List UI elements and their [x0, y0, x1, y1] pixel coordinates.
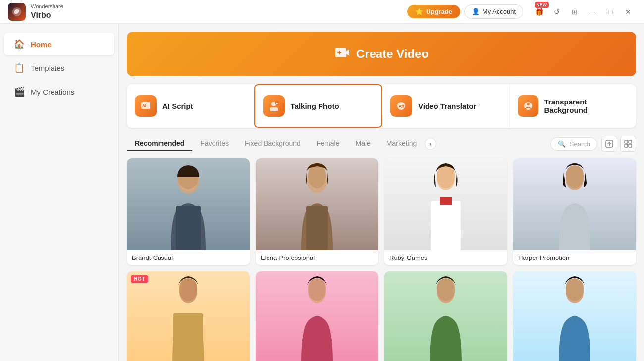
titlebar-icon-group: 🎁 NEW ↺ ⊞ ─ □ ✕: [531, 4, 636, 20]
svg-point-13: [527, 103, 530, 105]
tab-marketing[interactable]: Marketing: [378, 136, 425, 151]
sidebar-item-home-label: Home: [31, 40, 52, 49]
account-label: My Account: [483, 8, 516, 15]
avatar-label-brandt: Brandt-Casual: [127, 250, 250, 265]
tabs-row: Recommended Favorites Fixed Background F…: [127, 136, 636, 152]
avatar-card-p2c[interactable]: [384, 271, 507, 361]
avatar-label-elena: Elena-Professional: [256, 250, 378, 265]
svg-rect-22: [176, 206, 201, 250]
my-account-button[interactable]: 👤 My Account: [464, 4, 523, 19]
avatar-img-p2b: [256, 271, 378, 361]
ai-script-icon: AI: [135, 95, 157, 117]
avatar-card-p2a[interactable]: HOT: [127, 271, 250, 361]
avatar-label-ruby: Ruby-Games: [384, 250, 507, 265]
avatar-img-ruby: [384, 158, 507, 250]
tab-recommended[interactable]: Recommended: [127, 136, 192, 151]
avatar-img-brandt: [127, 158, 250, 250]
titlebar: Wondershare Virbo ⭐ Upgrade 👤 My Account…: [0, 0, 644, 24]
tab-male[interactable]: Male: [347, 136, 378, 151]
sidebar-item-home[interactable]: 🏠 Home: [4, 33, 114, 55]
svg-rect-27: [440, 197, 452, 205]
avatar-grid: Brandt-Casual Elena-Profess: [127, 158, 636, 361]
svg-rect-18: [625, 144, 628, 147]
tabs-chevron-button[interactable]: ›: [425, 138, 436, 150]
transparent-bg-icon: [518, 95, 538, 117]
close-button[interactable]: ✕: [620, 4, 636, 20]
video-translator-label: Video Translator: [418, 102, 476, 110]
svg-text:▶: ▶: [275, 102, 278, 105]
svg-text:AI: AI: [142, 103, 146, 108]
avatar-img-p2a: HOT: [127, 271, 250, 361]
logo-icon: [8, 3, 26, 21]
avatar-img-p2d: [513, 271, 636, 361]
avatar-card-ruby[interactable]: Ruby-Games: [384, 158, 507, 265]
svg-rect-19: [629, 144, 632, 147]
logo: Wondershare Virbo: [8, 3, 63, 21]
sidebar: 🏠 Home 📋 Templates 🎬 My Creations: [0, 24, 119, 361]
upgrade-button[interactable]: ⭐ Upgrade: [407, 5, 460, 18]
history-button[interactable]: ↺: [549, 4, 565, 20]
talking-photo-icon: ▶: [263, 95, 285, 117]
feature-card-ai-script[interactable]: AI AI Script: [127, 84, 254, 128]
talking-photo-label: Talking Photo: [291, 102, 339, 110]
hot-badge-p2a: HOT: [131, 275, 148, 283]
templates-icon: 📋: [14, 62, 25, 73]
minimize-button[interactable]: ─: [585, 4, 600, 20]
logo-text: Wondershare Virbo: [31, 3, 63, 19]
sidebar-item-creations-label: My Creations: [31, 88, 74, 96]
avatar-card-harper[interactable]: Harper-Promotion: [513, 158, 636, 265]
home-icon: 🏠: [14, 39, 25, 50]
svg-rect-16: [625, 140, 628, 143]
svg-rect-25: [306, 206, 328, 250]
svg-rect-17: [629, 140, 632, 143]
avatar-card-p2d[interactable]: [513, 271, 636, 361]
avatar-card-elena[interactable]: Elena-Professional: [256, 158, 378, 265]
svg-text:A文: A文: [399, 104, 405, 108]
grid-button[interactable]: ⊞: [567, 4, 583, 20]
search-bar[interactable]: 🔍 Search: [550, 137, 597, 151]
maximize-button[interactable]: □: [602, 4, 618, 20]
feature-card-video-translator[interactable]: A文 Video Translator: [382, 84, 510, 128]
avatar-card-p2b[interactable]: [256, 271, 378, 361]
main-layout: 🏠 Home 📋 Templates 🎬 My Creations C: [0, 24, 644, 361]
sidebar-item-templates-label: Templates: [31, 64, 64, 72]
account-icon: 👤: [472, 8, 480, 15]
feature-cards-row: AI AI Script ▶ Talking Photo: [127, 84, 636, 128]
ai-script-label: AI Script: [162, 102, 193, 110]
avatar-label-harper: Harper-Promotion: [513, 250, 636, 265]
product-name: Virbo: [31, 10, 63, 20]
tab-favorites[interactable]: Favorites: [192, 136, 237, 151]
tab-fixed-background[interactable]: Fixed Background: [237, 136, 309, 151]
upgrade-label: Upgrade: [426, 8, 452, 15]
avatar-img-harper: [513, 158, 636, 250]
brand-name: Wondershare: [31, 3, 63, 10]
grid-view-icon[interactable]: [620, 136, 636, 152]
sidebar-item-my-creations[interactable]: 🎬 My Creations: [4, 80, 114, 103]
titlebar-actions: ⭐ Upgrade 👤 My Account 🎁 NEW ↺ ⊞ ─ □ ✕: [407, 4, 636, 20]
content-area: Create Video AI AI Script: [119, 24, 644, 361]
avatar-img-elena: [256, 158, 378, 250]
svg-rect-31: [173, 313, 203, 361]
tab-female[interactable]: Female: [309, 136, 348, 151]
create-video-text: Create Video: [356, 47, 429, 61]
upload-icon[interactable]: [601, 136, 617, 152]
transparent-bg-label: Transparent Background: [544, 98, 629, 114]
tabs-action-icons: [601, 136, 636, 152]
create-video-icon: [334, 45, 350, 64]
feature-card-transparent-bg[interactable]: Transparent Background: [510, 84, 637, 128]
search-placeholder-text: Search: [570, 140, 590, 148]
svg-rect-7: [270, 107, 278, 111]
new-badge: NEW: [535, 2, 549, 8]
upgrade-icon: ⭐: [415, 8, 423, 15]
creations-icon: 🎬: [14, 86, 25, 97]
avatar-card-brandt[interactable]: Brandt-Casual: [127, 158, 250, 265]
sidebar-item-templates[interactable]: 📋 Templates: [4, 56, 114, 79]
create-video-banner[interactable]: Create Video: [127, 32, 636, 76]
svg-rect-26: [431, 201, 461, 250]
video-translator-icon: A文: [390, 95, 412, 117]
search-icon: 🔍: [558, 140, 566, 148]
feature-card-talking-photo[interactable]: ▶ Talking Photo: [254, 84, 383, 128]
avatar-img-p2c: [384, 271, 507, 361]
